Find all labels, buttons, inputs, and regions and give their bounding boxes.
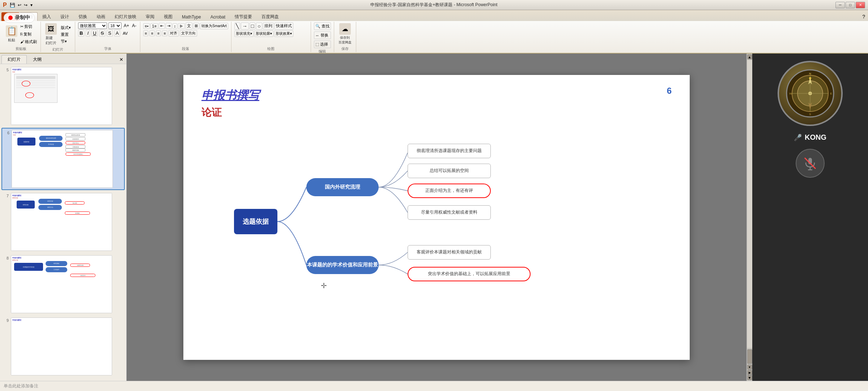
cut-button[interactable]: ✂ 剪切 bbox=[20, 23, 38, 30]
redo-btn[interactable]: ↪ bbox=[24, 3, 27, 8]
tab-animations[interactable]: 动画 bbox=[92, 12, 110, 21]
shadow-btn[interactable]: S bbox=[107, 30, 113, 37]
slide-thumb-5[interactable]: 5 申报书撰写 论证 bbox=[1, 66, 125, 126]
panel-close-btn[interactable]: ✕ bbox=[119, 55, 125, 64]
scroll-thumb[interactable] bbox=[747, 349, 752, 364]
underline-btn[interactable]: U bbox=[92, 30, 98, 37]
tab-mathtype[interactable]: MathType bbox=[177, 12, 206, 21]
tab-review[interactable]: 审阅 bbox=[141, 12, 159, 21]
align-left-btn[interactable]: ≡ bbox=[143, 30, 148, 36]
paste-button[interactable]: 📋 粘贴 bbox=[4, 25, 19, 43]
font-size-select[interactable]: 18 bbox=[109, 22, 122, 29]
select-button[interactable]: ⬚选择 bbox=[314, 41, 331, 48]
tab-storyboard[interactable]: 情节提要 bbox=[230, 12, 257, 21]
font-family-select[interactable]: 微软雅黑 bbox=[78, 22, 107, 29]
shape-rect[interactable]: □ bbox=[250, 22, 255, 30]
minimize-btn[interactable]: ─ bbox=[835, 2, 845, 8]
slide-thumb-6[interactable]: 6 申报书撰写 论证 选题依据 国内外研究流理 学术价值 彻底理清主要问题 总结… bbox=[1, 128, 125, 190]
panel-tab-outline[interactable]: 大纲 bbox=[27, 55, 48, 64]
numbering-btn[interactable]: 1≡ bbox=[150, 23, 158, 29]
increase-indent-btn[interactable]: ⇥ bbox=[166, 23, 172, 29]
columns-btn[interactable]: ⫸ bbox=[178, 23, 185, 29]
italic-btn[interactable]: I bbox=[86, 30, 90, 37]
slide-thumb-img-7: 申报书撰写 研究内容 研究目标 研究内容 研究方法 核心内容 技术路线 bbox=[11, 193, 112, 251]
panel-tab-slides[interactable]: 幻灯片 bbox=[1, 55, 27, 64]
copy-button[interactable]: ⎘ 复制 bbox=[20, 31, 38, 38]
save-quick-btn[interactable]: 💾 bbox=[10, 3, 15, 8]
scroll-arrow-2[interactable]: ▶ bbox=[747, 370, 752, 375]
quick-styles-btn[interactable]: 快速样式 bbox=[275, 22, 293, 30]
scroll-arrow-1[interactable]: ▼ bbox=[747, 365, 752, 370]
save-baidu-button[interactable]: ☁ 保存到百度网盘 bbox=[337, 22, 353, 46]
tab-transitions[interactable]: 切换 bbox=[74, 12, 92, 21]
mic-icon: 🎤 bbox=[794, 134, 802, 142]
quick-access: 💾 ↩ ↪ ▾ bbox=[10, 3, 33, 8]
justify-btn[interactable]: ≡ bbox=[162, 30, 167, 36]
tab-insert[interactable]: 插入 bbox=[38, 12, 56, 21]
presenter-name: 🎤 KONG bbox=[794, 133, 826, 142]
section-button[interactable]: 节▾ bbox=[60, 38, 72, 45]
text-direction-btn[interactable]: 文 bbox=[186, 22, 192, 29]
new-slide-button[interactable]: 🖼 新建幻灯片 bbox=[44, 22, 58, 46]
find-button[interactable]: 🔍查找 bbox=[314, 22, 331, 30]
slide-thumb-8[interactable]: 8 申报书撰写 研究计划 本课题的学术价值 研究基础 工作条件 前期研究成果 实… bbox=[1, 254, 125, 315]
decrease-font-btn[interactable]: A- bbox=[131, 23, 137, 29]
vertical-scrollbar[interactable]: ▲ ▼ ▶ ▼ bbox=[746, 54, 752, 381]
reset-button[interactable]: 重置 bbox=[60, 31, 72, 38]
tab-view[interactable]: 视图 bbox=[159, 12, 177, 21]
text-align-btn[interactable]: ⊞ bbox=[193, 23, 199, 29]
undo-btn[interactable]: ↩ bbox=[18, 3, 21, 8]
align-object-btn[interactable]: 对齐 bbox=[169, 30, 179, 37]
note-bar[interactable]: 单击此处添加备注 bbox=[0, 381, 868, 391]
align-center-btn[interactable]: ≡ bbox=[149, 30, 154, 36]
slide-title: 申报书撰写 bbox=[201, 88, 259, 104]
shape-fill-btn[interactable]: 形状填充▾ bbox=[234, 30, 254, 37]
leaf-node-3: 正面介绍为主，有还有评 bbox=[408, 184, 491, 198]
layout-button[interactable]: 版式▾ bbox=[60, 25, 72, 31]
replace-button[interactable]: ↔替换 bbox=[314, 31, 331, 39]
strikethrough-btn[interactable]: S bbox=[99, 30, 105, 37]
tab-acrobat[interactable]: Acrobat bbox=[206, 12, 230, 21]
smartart-btn[interactable]: 转换为SmartArt bbox=[200, 23, 228, 29]
center-node: 选题依据 bbox=[234, 209, 277, 234]
bold-btn[interactable]: B bbox=[78, 30, 84, 37]
shape-arrow[interactable]: → bbox=[241, 22, 249, 30]
align-right-btn[interactable]: ≡ bbox=[156, 30, 161, 36]
slide-thumb-img-8: 申报书撰写 研究计划 本课题的学术价值 研究基础 工作条件 前期研究成果 实验室… bbox=[11, 255, 112, 313]
slide-thumb-9[interactable]: 9 申报书撰写 bbox=[1, 316, 125, 377]
increase-font-btn[interactable]: A+ bbox=[123, 23, 130, 29]
shape-oval[interactable]: ○ bbox=[256, 22, 262, 30]
app-icon: P bbox=[3, 2, 7, 8]
char-spacing-btn[interactable]: AV bbox=[122, 31, 129, 36]
shape-effect-btn[interactable]: 形状效果▾ bbox=[274, 30, 293, 37]
svg-text:N: N bbox=[809, 72, 811, 75]
cursor-indicator: ✛ bbox=[321, 281, 327, 290]
close-btn[interactable]: ✕ bbox=[856, 2, 865, 8]
edit-area: 申报书撰写 论证 6 bbox=[127, 54, 746, 381]
scroll-track bbox=[747, 60, 752, 348]
leaf-node-6: 突出学术价值的基础上，可以拓展应用前景 bbox=[408, 267, 531, 281]
arrange-btn[interactable]: 排列 bbox=[263, 22, 274, 30]
editing-group: 🔍查找 ↔替换 ⬚选择 编辑 bbox=[311, 22, 334, 52]
slide-thumb-7[interactable]: 7 申报书撰写 研究内容 研究目标 研究内容 研究方法 核心内容 技术路线 bbox=[1, 192, 125, 252]
bullets-btn[interactable]: ≡• bbox=[143, 23, 150, 29]
fontcolor-btn[interactable]: A bbox=[114, 30, 120, 37]
mic-mute-button[interactable] bbox=[796, 149, 825, 178]
tab-baidu[interactable]: 百度网盘 bbox=[257, 12, 284, 21]
mindmap: 选题依据 国内外研究流理 本课题的的学术价值和应用前景 彻底理清所选课题现存的主… bbox=[205, 122, 675, 339]
line-spacing-btn[interactable]: ↕ bbox=[173, 23, 178, 29]
scroll-up-btn[interactable]: ▲ bbox=[747, 54, 752, 59]
slide-number: 6 bbox=[667, 86, 672, 96]
vertical-align-btn[interactable]: 文字方向 bbox=[180, 30, 197, 37]
shape-line[interactable]: ╲ bbox=[234, 22, 240, 30]
tab-slideshow[interactable]: 幻灯片放映 bbox=[110, 12, 141, 21]
maximize-btn[interactable]: □ bbox=[846, 2, 855, 8]
help-icon[interactable]: ? bbox=[861, 12, 867, 21]
mid-node-2: 本课题的的学术价值和应用前景 bbox=[306, 256, 379, 274]
format-painter-button[interactable]: 🖌 格式刷 bbox=[20, 38, 38, 45]
decrease-indent-btn[interactable]: ⇤ bbox=[159, 23, 165, 29]
save-group: ☁ 保存到百度网盘 保存 bbox=[334, 22, 356, 52]
tab-design[interactable]: 设计 bbox=[56, 12, 74, 21]
scroll-down-btn[interactable]: ▼ bbox=[747, 375, 752, 380]
shape-outline-btn[interactable]: 形状轮廓▾ bbox=[254, 30, 273, 37]
